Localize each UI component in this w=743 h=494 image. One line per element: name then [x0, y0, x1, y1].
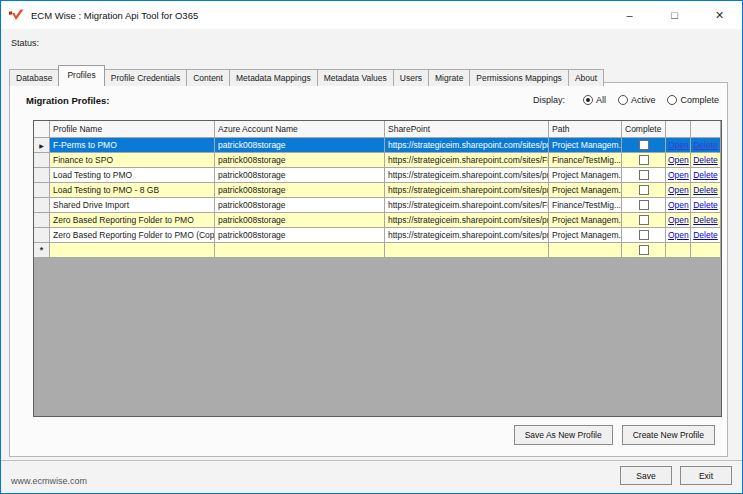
open-link[interactable]: Open: [668, 170, 689, 180]
cell-path[interactable]: Finance/TestMig...: [549, 153, 622, 168]
tab-metadata-values[interactable]: Metadata Values: [317, 69, 394, 86]
complete-checkbox[interactable]: [639, 185, 649, 195]
delete-link[interactable]: Delete: [693, 170, 718, 180]
cell-sharepoint[interactable]: https://strategiceim.sharepoint.com/site…: [385, 228, 549, 243]
cell-profile-name[interactable]: Load Testing to PMO - 8 GB: [50, 183, 215, 198]
column-header-blank-6[interactable]: [666, 121, 691, 138]
cell-sharepoint[interactable]: https://strategiceim.sharepoint.com/site…: [385, 168, 549, 183]
cell-profile-name[interactable]: Load Testing to PMO: [50, 168, 215, 183]
row-selector[interactable]: [34, 183, 50, 198]
tab-profiles[interactable]: Profiles: [58, 65, 104, 86]
website-link[interactable]: www.ecmwise.com: [11, 476, 87, 486]
cell-path[interactable]: Project Managem...: [549, 228, 622, 243]
cell-azure-account[interactable]: patrick008storage: [215, 168, 385, 183]
tab-migrate[interactable]: Migrate: [428, 69, 470, 86]
cell-profile-name[interactable]: Zero Based Reporting Folder to PMO (Copy…: [50, 228, 215, 243]
complete-checkbox[interactable]: [639, 215, 649, 225]
row-selector[interactable]: [34, 198, 50, 213]
cell-profile-name[interactable]: F-Perms to PMO: [50, 138, 215, 153]
column-header-azure-account-name[interactable]: Azure Account Name: [215, 121, 385, 138]
cell-sharepoint[interactable]: https://strategiceim.sharepoint.com/site…: [385, 153, 549, 168]
delete-link[interactable]: Delete: [693, 140, 718, 150]
delete-link[interactable]: Delete: [693, 230, 718, 240]
column-header-profile-name[interactable]: Profile Name: [50, 121, 215, 138]
delete-link[interactable]: Delete: [693, 155, 718, 165]
cell-azure-account[interactable]: patrick008storage: [215, 183, 385, 198]
row-selector[interactable]: [34, 228, 50, 243]
profile-row-shared-drive-import[interactable]: Shared Drive Importpatrick008storagehttp…: [34, 198, 721, 213]
row-selector[interactable]: [34, 213, 50, 228]
tab-database[interactable]: Database: [9, 69, 59, 86]
exit-button[interactable]: Exit: [680, 466, 732, 485]
minimize-button[interactable]: –: [607, 1, 652, 29]
complete-checkbox[interactable]: [639, 200, 649, 210]
cell-profile-name[interactable]: Zero Based Reporting Folder to PMO: [50, 213, 215, 228]
row-selector[interactable]: [34, 153, 50, 168]
cell-path[interactable]: [549, 243, 622, 258]
cell-sharepoint[interactable]: https://strategiceim.sharepoint.com/site…: [385, 198, 549, 213]
column-header-blank-7[interactable]: [691, 121, 721, 138]
open-link[interactable]: Open: [668, 155, 689, 165]
save-button[interactable]: Save: [620, 466, 672, 485]
tab-about[interactable]: About: [568, 69, 604, 86]
cell-sharepoint[interactable]: https://strategiceim.sharepoint.com/site…: [385, 183, 549, 198]
create-new-profile-button[interactable]: Create New Profile: [622, 425, 715, 445]
new-profile-row[interactable]: *: [34, 243, 721, 258]
profile-row-f-perms-to-pmo[interactable]: ▶F-Perms to PMOpatrick008storagehttps://…: [34, 138, 721, 153]
open-link[interactable]: Open: [668, 200, 689, 210]
tab-profile-credentials[interactable]: Profile Credentials: [104, 69, 187, 86]
profile-row-zero-based-reporting-folder-to-pmo-copy[interactable]: Zero Based Reporting Folder to PMO (Copy…: [34, 228, 721, 243]
row-selector[interactable]: ▶: [34, 138, 50, 153]
cell-azure-account[interactable]: patrick008storage: [215, 228, 385, 243]
tab-metadata-mappings[interactable]: Metadata Mappings: [229, 69, 318, 86]
cell-azure-account[interactable]: patrick008storage: [215, 213, 385, 228]
open-link[interactable]: Open: [668, 185, 689, 195]
profile-row-zero-based-reporting-folder-to-pmo[interactable]: Zero Based Reporting Folder to PMOpatric…: [34, 213, 721, 228]
cell-profile-name[interactable]: [50, 243, 215, 258]
profile-row-load-testing-to-pmo[interactable]: Load Testing to PMOpatrick008storagehttp…: [34, 168, 721, 183]
cell-path[interactable]: Project Managem...: [549, 183, 622, 198]
cell-azure-account[interactable]: patrick008storage: [215, 153, 385, 168]
profile-row-finance-to-spo[interactable]: Finance to SPOpatrick008storagehttps://s…: [34, 153, 721, 168]
delete-link[interactable]: Delete: [693, 200, 718, 210]
profile-row-load-testing-to-pmo-8-gb[interactable]: Load Testing to PMO - 8 GBpatrick008stor…: [34, 183, 721, 198]
complete-checkbox[interactable]: [639, 170, 649, 180]
cell-path[interactable]: Project Managem...: [549, 213, 622, 228]
cell-path[interactable]: Project Managem...: [549, 138, 622, 153]
cell-sharepoint[interactable]: https://strategiceim.sharepoint.com/site…: [385, 213, 549, 228]
column-header-sharepoint[interactable]: SharePoint: [385, 121, 549, 138]
row-selector[interactable]: [34, 168, 50, 183]
new-row-selector[interactable]: *: [34, 243, 50, 258]
open-link[interactable]: Open: [668, 140, 689, 150]
cell-path[interactable]: Project Managem...: [549, 168, 622, 183]
cell-sharepoint[interactable]: [385, 243, 549, 258]
save-as-new-profile-button[interactable]: Save As New Profile: [514, 425, 613, 445]
cell-profile-name[interactable]: Shared Drive Import: [50, 198, 215, 213]
cell-sharepoint[interactable]: https://strategiceim.sharepoint.com/site…: [385, 138, 549, 153]
tab-content[interactable]: Content: [186, 69, 230, 86]
tab-users[interactable]: Users: [393, 69, 429, 86]
cell-azure-account[interactable]: patrick008storage: [215, 198, 385, 213]
cell-profile-name[interactable]: Finance to SPO: [50, 153, 215, 168]
delete-link[interactable]: Delete: [693, 215, 718, 225]
complete-checkbox[interactable]: [639, 140, 649, 150]
display-radio-complete[interactable]: Complete: [667, 95, 719, 105]
column-header-complete[interactable]: Complete: [622, 121, 666, 138]
display-radio-all[interactable]: All: [583, 95, 606, 105]
open-link[interactable]: Open: [668, 230, 689, 240]
open-link[interactable]: Open: [668, 215, 689, 225]
tab-permissions-mappings[interactable]: Permissions Mappings: [469, 69, 569, 86]
cell-azure-account[interactable]: patrick008storage: [215, 138, 385, 153]
cell-path[interactable]: Finance/TestMig...: [549, 198, 622, 213]
column-header-blank-0[interactable]: [34, 121, 50, 138]
complete-checkbox[interactable]: [639, 245, 649, 255]
complete-checkbox[interactable]: [639, 230, 649, 240]
profiles-grid[interactable]: Profile NameAzure Account NameSharePoint…: [33, 120, 722, 417]
delete-link[interactable]: Delete: [693, 185, 718, 195]
cell-azure-account[interactable]: [215, 243, 385, 258]
maximize-button[interactable]: □: [652, 1, 697, 29]
close-button[interactable]: ✕: [697, 1, 742, 29]
complete-checkbox[interactable]: [639, 155, 649, 165]
column-header-path[interactable]: Path: [549, 121, 622, 138]
title-bar[interactable]: ECM Wise : Migration Api Tool for O365 –…: [1, 1, 742, 29]
